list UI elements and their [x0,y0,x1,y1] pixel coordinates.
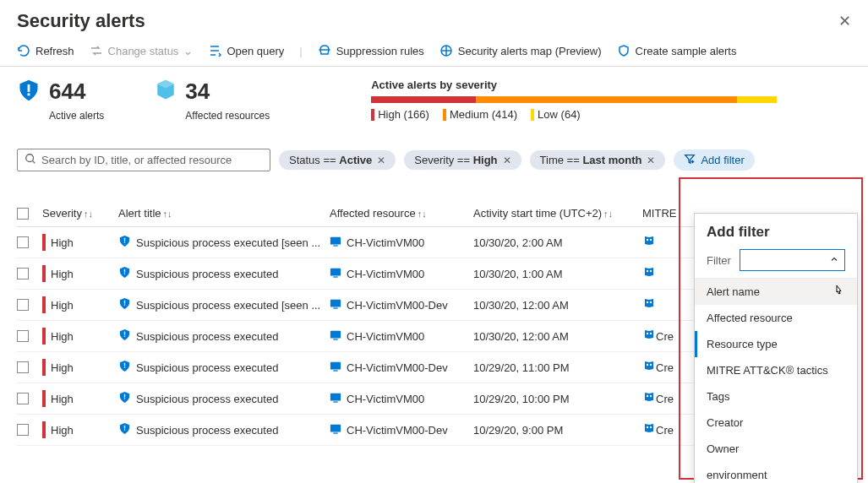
severity-stripe [42,359,46,376]
resource-text: CH-VictimVM00 [347,330,424,343]
svg-rect-22 [124,332,125,335]
sample-alerts-button[interactable]: Create sample alerts [617,44,737,57]
svg-rect-41 [124,429,125,430]
dd-affected-resource[interactable]: Affected resource [695,305,857,331]
dd-creator[interactable]: Creator [695,410,857,436]
suppression-button[interactable]: Suppression rules [318,44,424,57]
col-title[interactable]: Alert title ↑↓ [118,207,330,220]
resource-text: CH-VictimVM00 [347,393,424,405]
active-label: Active alerts [49,110,104,122]
svg-rect-13 [333,276,337,277]
alert-icon [118,297,131,312]
svg-rect-28 [124,363,125,366]
svg-rect-12 [330,268,341,275]
dd-alert-name[interactable]: Alert name [695,279,857,305]
time-text: 10/29/20, 9:00 PM [473,424,563,437]
legend-high: High (166) [371,108,429,121]
severity-bar [371,96,777,103]
svg-rect-1 [28,84,30,92]
affected-resources-stat: 34 Affected resources [155,79,270,122]
svg-rect-16 [124,301,125,304]
alert-icon [118,235,131,250]
affected-count: 34 [185,79,270,105]
cursor-hand-icon [832,284,845,300]
alert-title-text: Suspicious process executed [136,424,278,437]
col-resource[interactable]: Affected resource ↑↓ [330,207,473,220]
filter-pill-status[interactable]: Status == Active ✕ [279,150,396,170]
svg-rect-24 [330,330,341,338]
cube-icon [155,79,177,106]
col-mitre[interactable]: MITRE [642,207,693,220]
col-time[interactable]: Activity start time (UTC+2) ↑↓ [473,207,642,220]
svg-rect-36 [330,393,341,400]
refresh-button[interactable]: Refresh [17,44,74,57]
row-checkbox[interactable] [17,361,29,373]
severity-block: Active alerts by severity High (166) Med… [371,79,851,121]
severity-stripe [42,296,46,313]
dd-mitre[interactable]: MITRE ATT&CK® tactics [695,357,857,383]
add-filter-button[interactable]: Add filter [674,149,754,171]
svg-rect-23 [124,335,125,336]
svg-point-21 [650,301,652,303]
mitre-text: Cre [656,424,674,437]
change-status-button: Change status ⌄ [90,44,194,57]
filter-pill-time[interactable]: Time == Last month ✕ [530,150,666,170]
svg-rect-7 [333,245,337,246]
page-title: Security alerts [17,10,145,32]
svg-rect-31 [333,370,337,371]
dd-environment[interactable]: environment [695,462,857,483]
remove-icon[interactable]: ✕ [647,155,655,166]
alert-icon [118,266,131,281]
severity-title: Active alerts by severity [371,79,851,91]
dd-resource-type[interactable]: Resource type [695,331,857,357]
resource-text: CH-VictimVM00 [347,268,424,280]
svg-rect-29 [124,366,125,367]
mitre-text: Cre [656,393,674,405]
alert-title-text: Suspicious process executed [136,361,278,374]
mitre-text: Cre [656,361,674,374]
svg-rect-34 [124,394,125,398]
select-all-checkbox[interactable] [17,208,29,220]
open-query-button[interactable]: Open query [208,44,284,57]
col-severity[interactable]: Severity ↑↓ [42,207,118,220]
svg-point-14 [647,270,648,272]
row-checkbox[interactable] [17,268,29,279]
change-status-label: Change status [108,45,179,57]
close-icon[interactable]: ✕ [838,12,851,30]
popup-title: Add filter [695,224,857,249]
suppress-icon [318,44,331,57]
legend-low: Low (64) [531,108,581,121]
severity-text: High [51,393,74,405]
severity-text: High [51,268,74,280]
severity-text: High [51,330,74,343]
filter-pill-severity[interactable]: Severity == High ✕ [404,150,521,170]
svg-point-44 [647,426,648,428]
mitre-icon [642,234,656,251]
row-checkbox[interactable] [17,299,29,311]
dd-owner[interactable]: Owner [695,436,857,462]
filter-bar: Search by ID, title, or affected resourc… [0,133,868,175]
chevron-down-icon: ⌄ [183,45,193,57]
svg-rect-5 [124,242,125,242]
row-checkbox[interactable] [17,393,29,404]
alerts-map-label: Security alerts map (Preview) [458,45,602,57]
refresh-label: Refresh [35,45,74,57]
svg-point-38 [647,395,648,397]
sev-med-bar [476,96,737,103]
alerts-map-button[interactable]: Security alerts map (Preview) [439,44,602,57]
remove-icon[interactable]: ✕ [377,155,385,166]
remove-icon[interactable]: ✕ [503,155,511,166]
dd-tags[interactable]: Tags [695,383,857,410]
search-input[interactable]: Search by ID, title, or affected resourc… [17,149,270,171]
filter-select[interactable] [740,249,845,271]
row-checkbox[interactable] [17,330,29,342]
time-text: 10/30/20, 12:00 AM [473,299,569,312]
resource-icon [330,361,341,375]
mitre-icon [642,390,656,407]
row-checkbox[interactable] [17,236,29,248]
sort-icon: ↑↓ [84,209,93,219]
row-checkbox[interactable] [17,424,29,436]
sort-icon: ↑↓ [603,209,613,219]
search-placeholder: Search by ID, title, or affected resourc… [41,154,232,166]
severity-legend: High (166) Medium (414) Low (64) [371,108,851,121]
